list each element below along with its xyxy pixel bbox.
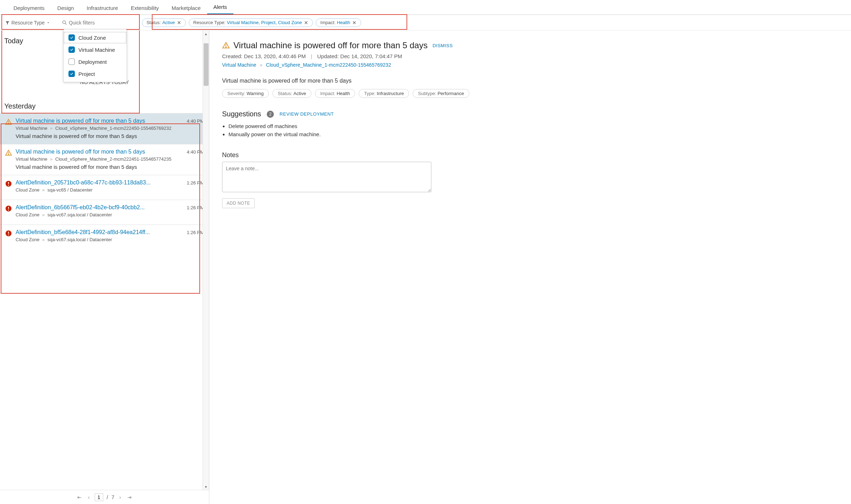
page-first[interactable]: ⇤ <box>76 494 83 500</box>
close-icon[interactable]: ✕ <box>177 20 181 26</box>
alert-list-item[interactable]: AlertDefinition_20571bc0-a68c-477c-bb93-… <box>0 175 209 200</box>
close-icon[interactable]: ✕ <box>352 20 357 26</box>
dropdown-option[interactable]: Virtual Machine <box>63 44 127 56</box>
active-filter-pills: Status: Active ✕Resource Type: Virtual M… <box>142 18 361 27</box>
alert-list-item[interactable]: AlertDefinition_6b5667f5-eb02-4b2e-bcf9-… <box>0 200 209 225</box>
checkbox[interactable] <box>68 59 75 65</box>
chevron-down-icon <box>46 21 50 25</box>
close-icon[interactable]: ✕ <box>304 20 308 26</box>
svg-line-1 <box>65 23 66 24</box>
scrollbar[interactable]: ▴ ▾ <box>203 31 209 490</box>
suggestion-item: Manually power on the virtual machine. <box>228 131 838 137</box>
svg-point-10 <box>8 154 9 155</box>
tab-extensibility[interactable]: Extensibility <box>125 1 165 15</box>
alert-list-panel: Today NO ALERTS TODAY Yesterday Virtual … <box>0 31 209 504</box>
alert-title: AlertDefinition_20571bc0-a68c-477c-bb93-… <box>16 179 183 186</box>
alert-time: 4:40 PM <box>187 149 204 170</box>
suggestions-heading: Suggestions <box>222 110 261 118</box>
page-input[interactable] <box>95 493 103 501</box>
svg-point-19 <box>8 234 9 236</box>
resource-type-filter[interactable]: Resource Type <box>3 20 54 26</box>
alert-title: Virtual machine is powered off for more … <box>16 118 183 124</box>
scroll-down-icon[interactable]: ▾ <box>203 483 209 490</box>
alert-resource: Cloud Zone » sqa-vc65 / Datacenter <box>16 187 183 193</box>
dropdown-option[interactable]: Project <box>63 68 127 80</box>
tab-infrastructure[interactable]: Infrastructure <box>80 1 124 15</box>
alert-time: 1:26 PM <box>187 229 204 244</box>
filter-pill[interactable]: Impact: Health ✕ <box>316 18 361 27</box>
detail-tag: Subtype: Performance <box>413 89 469 98</box>
resource-type-label: Resource Type <box>11 20 45 26</box>
review-deployment-button[interactable]: REVIEW DEPLOYMENT <box>280 111 334 117</box>
alert-detail-panel: Virtual machine is powered off for more … <box>209 31 851 504</box>
bc-name-link[interactable]: Cloud_vSphere_Machine_1-mcm222450-155465… <box>266 62 391 68</box>
alert-title: Virtual machine is powered off for more … <box>16 149 183 155</box>
svg-point-21 <box>226 47 226 48</box>
suggestions-count-badge: 2 <box>267 111 274 118</box>
warning-icon <box>5 149 12 170</box>
alert-resource: Cloud Zone » sqa-vc67.sqa.local / Datace… <box>16 212 183 217</box>
svg-point-0 <box>63 21 66 23</box>
alert-description: Virtual machine is powered off for more … <box>16 164 183 170</box>
alert-title: AlertDefinition_bf5e68e4-28f1-4992-af8d-… <box>16 229 183 236</box>
checkbox[interactable] <box>68 46 75 53</box>
detail-title-row: Virtual machine is powered off for more … <box>222 40 427 50</box>
yesterday-heading: Yesterday <box>0 96 209 113</box>
scrollbar-thumb[interactable] <box>204 43 209 86</box>
pagination: ⇤ ‹ / 7 › ⇥ <box>0 490 209 504</box>
detail-title: Virtual machine is powered off for more … <box>233 40 427 50</box>
resource-type-dropdown: Cloud ZoneVirtual MachineDeploymentProje… <box>63 29 127 82</box>
alert-resource: Virtual Machine » Cloud_vSphere_Machine_… <box>16 126 183 131</box>
svg-point-13 <box>8 185 9 186</box>
alert-resource: Virtual Machine » Cloud_vSphere_Machine_… <box>16 156 183 162</box>
bc-type-link[interactable]: Virtual Machine <box>222 62 256 68</box>
dropdown-option[interactable]: Deployment <box>63 56 127 68</box>
critical-icon <box>5 179 12 195</box>
tab-marketplace[interactable]: Marketplace <box>165 1 207 15</box>
dismiss-button[interactable]: DISMISS <box>432 43 453 48</box>
add-note-button[interactable]: ADD NOTE <box>222 198 255 208</box>
alert-list-item[interactable]: Virtual machine is powered off for more … <box>0 144 209 175</box>
warning-icon <box>222 41 230 49</box>
detail-tag: Status: Active <box>272 89 311 98</box>
suggestions-list: Delete powered off machinesManually powe… <box>228 123 838 137</box>
detail-tags: Severity: WarningStatus: ActiveImpact: H… <box>222 89 838 98</box>
checkbox[interactable] <box>68 71 75 77</box>
alert-time: 1:26 PM <box>187 179 204 195</box>
warning-icon <box>5 118 12 139</box>
page-prev[interactable]: ‹ <box>87 494 91 500</box>
dropdown-option[interactable]: Cloud Zone <box>63 32 127 44</box>
chevron-right-icon: » <box>260 62 263 68</box>
tab-deployments[interactable]: Deployments <box>7 1 51 15</box>
checkbox[interactable] <box>68 34 75 41</box>
alert-list-scroll: Today NO ALERTS TODAY Yesterday Virtual … <box>0 31 209 490</box>
alert-description: Virtual machine is powered off for more … <box>16 133 183 139</box>
note-input[interactable] <box>222 162 431 192</box>
detail-tag: Severity: Warning <box>222 89 269 98</box>
detail-dates: Created: Dec 13, 2020, 4:40:46 PM | Upda… <box>222 53 838 59</box>
tab-design[interactable]: Design <box>51 1 81 15</box>
alert-title: AlertDefinition_6b5667f5-eb02-4b2e-bcf9-… <box>16 204 183 211</box>
alert-list-item[interactable]: AlertDefinition_bf5e68e4-28f1-4992-af8d-… <box>0 225 209 249</box>
svg-point-8 <box>8 123 9 124</box>
page-next[interactable]: › <box>118 494 122 500</box>
detail-tag: Type: Infrastructure <box>359 89 409 98</box>
alert-list-item[interactable]: Virtual machine is powered off for more … <box>0 113 209 144</box>
quick-filter-input[interactable] <box>67 18 121 27</box>
tab-alerts[interactable]: Alerts <box>207 0 233 15</box>
filter-pill[interactable]: Status: Active ✕ <box>142 18 186 27</box>
alert-time: 1:26 PM <box>187 204 204 220</box>
filter-pill[interactable]: Resource Type: Virtual Machine, Project,… <box>189 18 313 27</box>
svg-point-16 <box>8 210 9 211</box>
alert-resource: Cloud Zone » sqa-vc67.sqa.local / Datace… <box>16 237 183 242</box>
scroll-up-icon[interactable]: ▴ <box>203 31 209 37</box>
filter-icon <box>5 20 10 25</box>
quick-filter-wrap <box>62 18 121 27</box>
page-sep: / <box>107 494 108 500</box>
critical-icon <box>5 229 12 244</box>
main-split: Today NO ALERTS TODAY Yesterday Virtual … <box>0 31 851 504</box>
search-icon <box>62 20 67 26</box>
page-last[interactable]: ⇥ <box>126 494 133 500</box>
detail-tag: Impact: Health <box>315 89 355 98</box>
filter-row: Resource Type Status: Active ✕Resource T… <box>0 15 851 31</box>
